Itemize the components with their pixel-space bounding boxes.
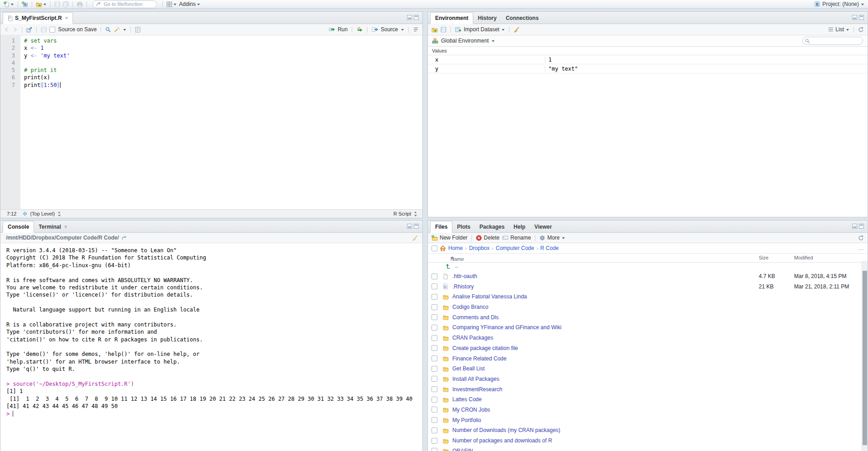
code-line[interactable]: print(1:50) — [24, 82, 422, 89]
column-modified[interactable]: Modified — [794, 255, 813, 260]
rerun-button[interactable] — [356, 27, 363, 32]
compile-report-button[interactable] — [135, 27, 141, 33]
breadcrumb-link[interactable]: Home — [448, 245, 463, 251]
file-name-link[interactable]: Analise Fatorial Vanessa Linda — [452, 293, 527, 300]
print-button[interactable] — [77, 1, 83, 7]
code-editor[interactable]: 1234567 # set varsx <- 1y <- 'my text' #… — [0, 35, 422, 209]
file-name-link[interactable]: Codigo Branco — [452, 304, 488, 310]
document-outline-button[interactable] — [413, 27, 419, 32]
file-name-link[interactable]: InvestmentResearch — [452, 386, 502, 393]
rename-button[interactable]: Rename — [502, 235, 531, 241]
delete-button[interactable]: Delete — [476, 235, 499, 241]
minimize-pane-button[interactable] — [852, 15, 857, 20]
import-dataset-button[interactable]: Import Dataset — [455, 26, 505, 33]
maximize-pane-button[interactable] — [414, 15, 419, 20]
file-checkbox[interactable] — [432, 407, 437, 413]
file-name-link[interactable]: .httr-oauth — [452, 273, 477, 279]
column-size[interactable]: Size — [759, 255, 768, 260]
close-tab-icon[interactable]: × — [65, 15, 68, 21]
goto-working-dir-icon[interactable] — [121, 235, 127, 240]
clear-environment-button[interactable] — [514, 27, 519, 33]
file-checkbox[interactable] — [432, 386, 437, 392]
file-name-link[interactable]: Comments and Dls — [452, 314, 499, 321]
file-checkbox[interactable] — [432, 366, 437, 372]
file-checkbox[interactable] — [432, 273, 437, 279]
back-button[interactable] — [4, 27, 10, 32]
tab-packages[interactable]: Packages — [475, 221, 509, 232]
file-checkbox[interactable] — [432, 294, 437, 300]
close-tab-icon[interactable]: × — [64, 224, 67, 230]
scrollbar-thumb[interactable] — [863, 271, 867, 445]
list-view-selector[interactable]: List — [828, 26, 849, 33]
select-all-checkbox[interactable] — [432, 245, 437, 251]
open-in-new-window-button[interactable] — [26, 27, 32, 33]
refresh-icon[interactable] — [858, 27, 864, 33]
file-name-link[interactable]: Get Beall List — [452, 365, 485, 372]
file-type-selector[interactable]: R Script — [393, 211, 411, 216]
tab-connections[interactable]: Connections — [501, 12, 543, 24]
chevron-down-icon[interactable] — [491, 39, 495, 43]
file-name-link[interactable]: Finance Related Code — [452, 355, 506, 362]
pane-layout-button[interactable] — [166, 1, 177, 7]
tab-environment[interactable]: Environment — [430, 12, 473, 24]
maximize-pane-button[interactable] — [859, 224, 864, 229]
addins-menu[interactable]: Addins — [179, 1, 200, 7]
file-checkbox[interactable] — [432, 335, 437, 341]
more-menu-button[interactable]: More — [539, 235, 565, 241]
clear-console-button[interactable] — [412, 235, 418, 241]
file-checkbox[interactable] — [432, 304, 437, 310]
code-line[interactable]: # print it — [24, 67, 422, 74]
load-workspace-icon[interactable] — [432, 27, 438, 33]
file-name-link[interactable]: ORAFIN — [452, 448, 473, 451]
code-line[interactable]: # set vars — [24, 37, 422, 44]
scope-selector[interactable]: (Top Level) — [30, 211, 54, 216]
code-line[interactable] — [24, 59, 422, 67]
maximize-pane-button[interactable] — [414, 224, 419, 229]
environment-search-input[interactable] — [811, 38, 857, 44]
file-name-link[interactable]: .Rhistory — [452, 283, 474, 290]
scrollbar[interactable] — [862, 261, 868, 451]
code-line[interactable]: x <- 1 — [24, 44, 422, 52]
chevron-down-icon[interactable] — [123, 28, 126, 31]
maximize-pane-button[interactable] — [859, 15, 864, 20]
file-name-link[interactable]: Number of packages and downloads of R — [452, 437, 552, 444]
tab-source-file[interactable]: R S_MyFirstScript.R × — [3, 12, 73, 24]
file-checkbox[interactable] — [432, 427, 437, 433]
new-file-button[interactable] — [4, 1, 14, 7]
tab-plots[interactable]: Plots — [452, 221, 475, 232]
file-checkbox[interactable] — [432, 314, 437, 320]
file-name-link[interactable]: Install All Packages — [452, 376, 499, 382]
tab-help[interactable]: Help — [509, 221, 530, 232]
source-button[interactable]: Source — [372, 26, 398, 33]
tab-files[interactable]: Files — [430, 221, 452, 233]
run-button[interactable]: Run — [329, 26, 348, 33]
file-checkbox[interactable] — [432, 325, 437, 331]
file-checkbox[interactable] — [432, 417, 437, 423]
save-button[interactable] — [54, 1, 60, 7]
forward-button[interactable] — [12, 27, 18, 32]
file-checkbox[interactable] — [432, 438, 437, 444]
save-workspace-icon[interactable] — [441, 27, 446, 33]
file-checkbox[interactable] — [432, 397, 437, 403]
minimize-pane-button[interactable] — [407, 224, 412, 229]
new-project-button[interactable]: R — [22, 1, 28, 7]
breadcrumb-link[interactable]: R Code — [540, 245, 559, 251]
minimize-pane-button[interactable] — [407, 15, 412, 20]
file-checkbox[interactable] — [432, 376, 437, 382]
file-name-link[interactable]: Create package citation file — [452, 345, 518, 351]
file-name-link[interactable]: My CRON Jobs — [452, 407, 490, 413]
console-output[interactable]: R version 3.4.4 (2018-03-15) -- "Someone… — [0, 243, 422, 451]
file-name-link[interactable]: Lattes Code — [452, 396, 482, 403]
code-area[interactable]: # set varsx <- 1y <- 'my text' # print i… — [20, 35, 422, 209]
file-name-link[interactable]: Comparing YFinance and GFinance and Wiki — [452, 324, 562, 331]
refresh-icon[interactable] — [858, 235, 864, 241]
home-icon[interactable] — [440, 245, 446, 251]
find-replace-button[interactable] — [105, 27, 111, 33]
save-all-button[interactable] — [63, 1, 69, 7]
breadcrumb-more-button[interactable]: ... — [858, 245, 864, 251]
file-checkbox[interactable] — [432, 355, 437, 361]
file-checkbox[interactable] — [432, 283, 437, 289]
minimize-pane-button[interactable] — [852, 224, 857, 229]
code-line[interactable]: y <- 'my text' — [24, 52, 422, 59]
tab-history[interactable]: History — [473, 12, 501, 24]
